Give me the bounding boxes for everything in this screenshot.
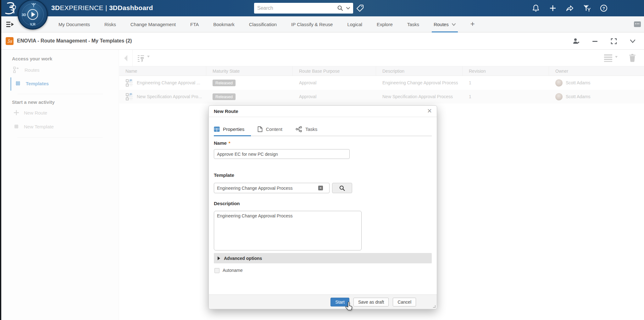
dialog-tab-label: Content [266, 126, 282, 132]
cancel-button[interactable]: Cancel [393, 298, 416, 306]
brand-3d: 3D [51, 4, 60, 11]
brand-app: 3DDashboard [109, 4, 153, 11]
compass-3d-label: 3D [22, 13, 26, 17]
tab-routes-label: Routes [434, 22, 449, 27]
clear-template-icon[interactable]: ✕ [318, 186, 323, 190]
app-header-controls [572, 37, 636, 45]
name-label: Name* [214, 140, 230, 146]
description-label: Description [214, 201, 240, 206]
svg-text:?: ? [602, 6, 605, 11]
tasks-branch-icon [296, 126, 302, 132]
brand-experience: EXPERIENCE [60, 4, 103, 11]
tab-bookmark[interactable]: Bookmark [213, 16, 235, 32]
window-left-edge [0, 0, 1, 320]
tab-logical[interactable]: Logical [347, 16, 362, 32]
dialog-tab-label: Tasks [305, 126, 317, 132]
expand-panel-icon[interactable] [6, 20, 14, 29]
close-icon[interactable]: ✕ [426, 107, 433, 114]
share-app-people-icon[interactable] [572, 37, 580, 45]
global-search-box [254, 3, 353, 14]
people-community-icon[interactable] [582, 4, 591, 13]
help-icon[interactable]: ? [599, 4, 608, 13]
app-title: ENOVIA - Route Management - My Templates… [17, 38, 132, 44]
brand-title: 3DEXPERIENCE | 3DDashboard [51, 4, 153, 12]
properties-icon [214, 126, 220, 132]
minimize-icon[interactable] [591, 37, 599, 45]
advanced-options-expander[interactable]: Advanced options [214, 253, 432, 263]
autoname-label: Autoname [223, 268, 243, 273]
3dexperience-compass[interactable]: 3D V,R [18, 0, 48, 30]
save-as-draft-button[interactable]: Save as draft [353, 298, 389, 306]
share-icon[interactable] [565, 4, 574, 13]
add-content-plus-icon[interactable] [548, 4, 557, 13]
compass-person-icon [31, 3, 36, 7]
navbar-icon-group: ? [531, 4, 608, 13]
tab-risks[interactable]: Risks [104, 16, 116, 32]
required-asterisk: * [229, 140, 230, 146]
notifications-bell-icon[interactable] [531, 4, 540, 13]
collapse-app-chevron-icon[interactable] [629, 37, 636, 45]
search-icon[interactable] [337, 5, 344, 12]
tab-routes-chevron-icon[interactable] [452, 23, 456, 26]
template-field[interactable] [214, 183, 330, 193]
name-field[interactable] [214, 149, 350, 159]
dialog-tabline [214, 136, 432, 136]
chat-messages-icon[interactable] [634, 21, 641, 27]
autoname-checkbox[interactable] [214, 268, 219, 273]
modal-resize-handle[interactable] [433, 305, 436, 308]
tab-change-management[interactable]: Change Management [130, 16, 176, 32]
brand-separator: | [105, 4, 107, 11]
enovia-app-icon: ʖs [6, 37, 14, 45]
template-label: Template [214, 172, 234, 178]
tab-fta[interactable]: FTA [190, 16, 199, 32]
app-header: ʖs ENOVIA - Route Management - My Templa… [0, 32, 644, 50]
dialog-tab-content[interactable]: Content [258, 122, 282, 136]
dialog-tab-tasks[interactable]: Tasks [296, 122, 317, 136]
search-scope-chevron-icon[interactable] [346, 6, 351, 11]
name-label-text: Name [214, 140, 227, 146]
tab-tasks[interactable]: Tasks [407, 16, 419, 32]
dashboard-tabbar: My Documents Risks Change Management FTA… [0, 16, 644, 32]
template-search-button[interactable] [332, 183, 352, 193]
top-navbar: 3DEXPERIENCE | 3DDashboard [0, 0, 644, 16]
dialog-tabs: Properties Content Tasks [214, 122, 432, 136]
tab-list: My Documents Risks Change Management FTA… [58, 16, 475, 32]
compass-vr-label: V,R [30, 22, 35, 26]
dialog-header: New Route ✕ [209, 106, 437, 117]
tab-routes[interactable]: Routes [434, 16, 456, 32]
active-dialog-tab-underline [214, 135, 251, 136]
fullscreen-icon[interactable] [610, 37, 618, 45]
expander-triangle-icon [218, 256, 220, 260]
description-field[interactable]: Engineering Change Approval Process [214, 211, 362, 250]
dialog-tab-label: Properties [223, 126, 244, 132]
dassault-3ds-logo [3, 1, 18, 15]
tab-classification[interactable]: Classification [249, 16, 277, 32]
tag-icon[interactable] [356, 4, 364, 13]
tab-ip-classify-reuse[interactable]: IP Classify & Reuse [291, 16, 333, 32]
tab-explore[interactable]: Explore [377, 16, 393, 32]
active-tab-underline [432, 31, 458, 32]
new-route-dialog: New Route ✕ Properties Content Tasks Nam… [208, 105, 437, 309]
tab-my-documents[interactable]: My Documents [58, 16, 90, 32]
content-document-icon [258, 126, 263, 132]
search-input[interactable] [254, 5, 337, 11]
dialog-footer: Start Save as draft Cancel [209, 295, 437, 309]
advanced-options-label: Advanced options [224, 256, 262, 261]
add-tab-button[interactable]: + [470, 20, 475, 28]
search-icon [339, 185, 345, 191]
dialog-tab-properties[interactable]: Properties [214, 122, 244, 136]
mouse-cursor-hand [345, 302, 353, 311]
compass-play-button[interactable] [27, 9, 38, 20]
dialog-title: New Route [214, 109, 238, 114]
